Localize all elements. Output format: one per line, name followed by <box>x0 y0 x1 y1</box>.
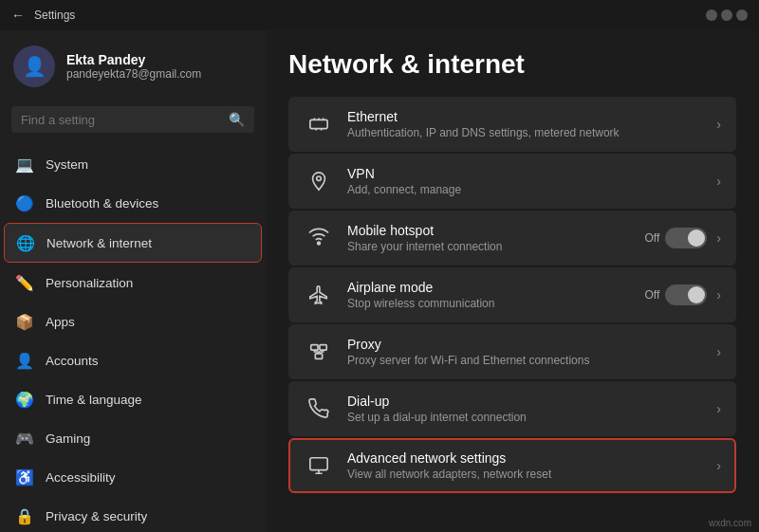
settings-item-ethernet[interactable]: Ethernet Authentication, IP and DNS sett… <box>288 97 736 152</box>
svg-rect-6 <box>310 458 327 470</box>
airplane-toggle-container: Off <box>645 284 708 305</box>
airplane-toggle[interactable] <box>665 284 707 305</box>
avatar-icon: 👤 <box>23 55 46 78</box>
sidebar-item-label: System <box>46 157 88 172</box>
settings-right-proxy: › <box>716 344 721 359</box>
settings-name: Proxy <box>347 337 703 352</box>
settings-item-dialup[interactable]: Dial-up Set up a dial-up internet connec… <box>288 381 736 436</box>
settings-text-advanced: Advanced network settings View all netwo… <box>347 450 703 481</box>
hotspot-toggle[interactable] <box>665 228 707 248</box>
settings-list: Ethernet Authentication, IP and DNS sett… <box>288 97 736 493</box>
title-bar-left: ← Settings <box>11 8 75 23</box>
content-area: Network & internet Ethernet Authenticati… <box>266 30 759 532</box>
sidebar-item-system[interactable]: 💻 System <box>4 145 262 183</box>
settings-name: Mobile hotspot <box>347 223 632 238</box>
sidebar-item-bluetooth[interactable]: 🔵 Bluetooth & devices <box>4 184 262 222</box>
settings-right-airplane: Off › <box>645 284 721 305</box>
airplane-icon <box>304 280 334 310</box>
sidebar-item-privacy[interactable]: 🔒 Privacy & security <box>4 497 262 532</box>
sidebar-item-label: Accounts <box>46 354 99 368</box>
sidebar-item-accounts[interactable]: 👤 Accounts <box>4 341 262 379</box>
chevron-right-icon: › <box>716 401 721 416</box>
chevron-right-icon: › <box>716 230 721 246</box>
settings-name: VPN <box>347 166 703 181</box>
apps-icon: 📦 <box>15 312 34 331</box>
advanced-network-icon <box>304 450 334 481</box>
sidebar: 👤 Ekta Pandey pandeyekta78@gmail.com 🔍 💻… <box>0 30 266 532</box>
settings-item-airplane[interactable]: Airplane mode Stop wireless communicatio… <box>288 267 736 322</box>
hotspot-icon <box>304 223 334 253</box>
sidebar-item-apps[interactable]: 📦 Apps <box>4 303 262 340</box>
ethernet-icon <box>304 109 334 139</box>
settings-right-dialup: › <box>716 401 721 416</box>
settings-desc: Share your internet connection <box>347 240 632 253</box>
vpn-icon <box>304 166 334 196</box>
sidebar-item-accessibility[interactable]: ♿ Accessibility <box>4 458 262 496</box>
search-icon: 🔍 <box>229 112 245 127</box>
svg-rect-3 <box>311 345 318 351</box>
accounts-icon: 👤 <box>15 351 34 370</box>
bluetooth-icon: 🔵 <box>15 193 34 212</box>
settings-right-vpn: › <box>716 174 721 189</box>
minimize-button[interactable] <box>706 9 717 21</box>
settings-desc: View all network adapters, network reset <box>347 468 703 481</box>
sidebar-item-personalization[interactable]: ✏️ Personalization <box>4 264 262 302</box>
maximize-button[interactable] <box>721 9 732 21</box>
settings-desc: Proxy server for Wi-Fi and Ethernet conn… <box>347 354 703 367</box>
user-email: pandeyekta78@gmail.com <box>66 67 201 81</box>
svg-point-1 <box>317 176 322 181</box>
nav-list: 💻 System 🔵 Bluetooth & devices 🌐 Network… <box>0 144 266 532</box>
settings-item-vpn[interactable]: VPN Add, connect, manage › <box>288 154 736 209</box>
page-title: Network & internet <box>288 49 736 80</box>
user-profile[interactable]: 👤 Ekta Pandey pandeyekta78@gmail.com <box>0 30 266 102</box>
sidebar-item-label: Gaming <box>46 431 90 446</box>
svg-rect-4 <box>320 345 326 351</box>
toggle-label: Off <box>645 288 660 302</box>
watermark: wxdn.com <box>709 518 751 528</box>
settings-name: Dial-up <box>347 394 703 409</box>
sidebar-item-label: Time & language <box>46 393 142 407</box>
sidebar-item-label: Accessibility <box>46 470 116 485</box>
privacy-icon: 🔒 <box>15 506 34 525</box>
proxy-icon <box>304 337 334 367</box>
search-input[interactable] <box>21 113 221 127</box>
settings-name: Ethernet <box>347 109 703 124</box>
sidebar-item-label: Apps <box>46 315 75 329</box>
settings-item-proxy[interactable]: Proxy Proxy server for Wi-Fi and Etherne… <box>288 324 736 379</box>
network-icon: 🌐 <box>16 233 35 252</box>
accessibility-icon: ♿ <box>15 468 34 486</box>
back-arrow[interactable]: ← <box>11 8 25 23</box>
settings-right-ethernet: › <box>716 117 721 132</box>
settings-desc: Set up a dial-up internet connection <box>347 411 703 424</box>
settings-item-hotspot[interactable]: Mobile hotspot Share your internet conne… <box>288 211 736 266</box>
title-bar: ← Settings <box>0 0 759 30</box>
settings-desc: Authentication, IP and DNS settings, met… <box>347 126 703 139</box>
toggle-label: Off <box>645 231 660 245</box>
svg-rect-5 <box>315 354 322 359</box>
settings-text-airplane: Airplane mode Stop wireless communicatio… <box>347 280 632 310</box>
user-info: Ekta Pandey pandeyekta78@gmail.com <box>66 52 201 81</box>
sidebar-item-label: Bluetooth & devices <box>46 196 158 211</box>
sidebar-item-label: Network & internet <box>46 236 152 250</box>
settings-text-hotspot: Mobile hotspot Share your internet conne… <box>347 223 632 253</box>
sidebar-item-time[interactable]: 🌍 Time & language <box>4 380 262 418</box>
settings-right-hotspot: Off › <box>645 228 721 248</box>
settings-text-ethernet: Ethernet Authentication, IP and DNS sett… <box>347 109 703 139</box>
close-button[interactable] <box>736 9 748 21</box>
settings-desc: Stop wireless communication <box>347 297 632 310</box>
chevron-right-icon: › <box>716 287 721 303</box>
app-container: 👤 Ekta Pandey pandeyekta78@gmail.com 🔍 💻… <box>0 30 759 532</box>
settings-text-vpn: VPN Add, connect, manage <box>347 166 703 196</box>
avatar: 👤 <box>13 46 55 87</box>
hotspot-toggle-container: Off <box>645 228 708 248</box>
user-name: Ekta Pandey <box>66 52 201 67</box>
title-bar-title: Settings <box>34 9 75 22</box>
settings-item-advanced-network[interactable]: Advanced network settings View all netwo… <box>288 438 736 493</box>
settings-text-proxy: Proxy Proxy server for Wi-Fi and Etherne… <box>347 337 703 367</box>
search-box[interactable]: 🔍 <box>11 106 254 133</box>
sidebar-item-gaming[interactable]: 🎮 Gaming <box>4 419 262 457</box>
sidebar-item-network[interactable]: 🌐 Network & internet <box>4 223 262 263</box>
gaming-icon: 🎮 <box>15 429 34 448</box>
personalization-icon: ✏️ <box>15 273 34 292</box>
chevron-right-icon: › <box>716 458 721 473</box>
